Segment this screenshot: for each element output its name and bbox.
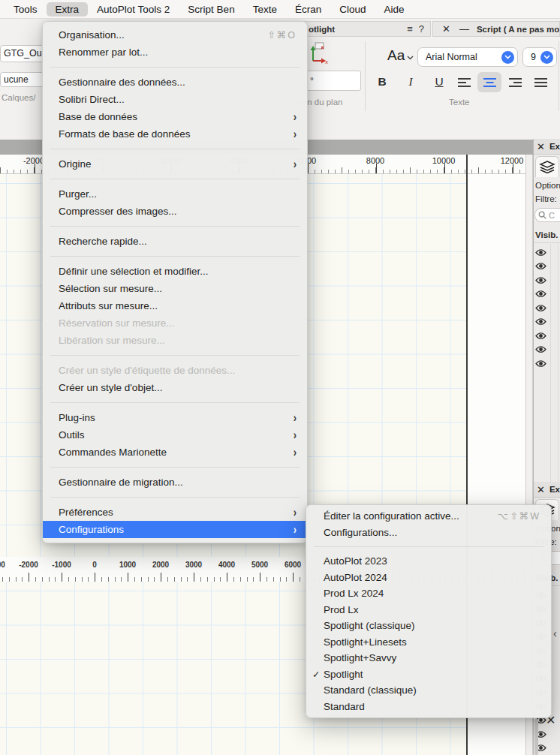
menu-item-label: Spotlight+Savvy: [324, 652, 396, 663]
menu-item-label: Gestionnaire de migration...: [59, 477, 183, 488]
menu-item-solibri-direct[interactable]: Solibri Direct...: [43, 91, 307, 108]
menu-item-s-lection-sur-mesure[interactable]: Sélection sur mesure...: [43, 280, 307, 297]
menu-item-spotlight-linesets[interactable]: Spotlight+Linesets: [306, 634, 551, 651]
toolbar-divider: [365, 41, 366, 111]
bold-button[interactable]: B: [371, 71, 393, 92]
menu-item-attributs-sur-mesure[interactable]: Attributs sur mesure...: [43, 297, 307, 314]
text-style-button[interactable]: Aa: [387, 47, 414, 64]
menu-item-autoplot-2024[interactable]: AutoPlot 2024: [306, 570, 551, 586]
menu-item-outils[interactable]: Outils›: [43, 426, 307, 444]
plan-axis-icon[interactable]: x: [308, 41, 330, 67]
ruler-label: 5000: [251, 561, 268, 569]
navigation-palette-top: ✕ Ex Options Filtre: C Visib.: [534, 139, 560, 482]
menu-item-shortcut: ⌥⇧⌘W: [498, 510, 540, 522]
vertical-scrollbar[interactable]: [525, 155, 533, 557]
palette-menu-icon[interactable]: ≡: [407, 23, 413, 35]
close-icon[interactable]: ✕: [442, 23, 450, 35]
chevron-down-icon[interactable]: [540, 51, 553, 64]
ruler-label: 8000: [366, 156, 384, 165]
menu-item-pr-f-rences[interactable]: Préférences›: [43, 504, 307, 521]
menu-item-configurations[interactable]: Configurations›: [43, 521, 307, 538]
menu-item-standard-classique[interactable]: Standard (classique): [306, 682, 551, 699]
menubar-item-cran[interactable]: Écran: [286, 2, 330, 17]
chevron-down-icon[interactable]: [501, 51, 514, 64]
menu-item-label: Définir une sélection et modifier...: [59, 266, 209, 277]
visibility-eye-icon[interactable]: [535, 356, 546, 371]
menu-item-compresser-des-images[interactable]: Compresser des images...: [43, 203, 307, 220]
menubar-item-cloud[interactable]: Cloud: [330, 2, 375, 17]
menu-item-autoplot-2023[interactable]: AutoPlot 2023: [306, 553, 551, 570]
visibility-eye-icon[interactable]: [535, 260, 546, 274]
align-justify-button[interactable]: [528, 72, 552, 92]
search-input[interactable]: C: [534, 208, 560, 222]
tab-layers[interactable]: [535, 156, 559, 177]
close-icon[interactable]: ✕: [537, 484, 545, 495]
font-size-value: 9: [531, 52, 536, 62]
italic-button[interactable]: I: [399, 71, 422, 92]
menu-item-formats-de-base-de-donn-es[interactable]: Formats de base de données›: [43, 125, 307, 143]
menu-separator: [50, 226, 300, 227]
menu-item-prod-lx[interactable]: Prod Lx: [306, 602, 551, 618]
text-group-label: Texte: [449, 98, 470, 107]
ruler-label: 2000: [152, 561, 169, 569]
menu-item-spotlight-savvy[interactable]: Spotlight+Savvy: [306, 650, 551, 666]
submenu-chevron-icon: ›: [294, 157, 297, 171]
collapse-chevron-icon[interactable]: ‹: [553, 627, 557, 639]
menu-item-gestionnaire-de-migration[interactable]: Gestionnaire de migration...: [43, 474, 307, 491]
submenu-chevron-icon: ›: [294, 110, 297, 124]
menu-item-commandes-marionette[interactable]: Commandes Marionette›: [43, 444, 307, 461]
menu-item-recherche-rapide[interactable]: Recherche rapide...: [43, 233, 307, 250]
search-icon: [538, 211, 546, 219]
menu-item-diter-la-configuration-active[interactable]: Éditer la configuration active...⌥⇧⌘W: [306, 508, 551, 525]
menu-item-spotlight[interactable]: ✓Spotlight: [306, 666, 551, 683]
menu-item-organisation[interactable]: Organisation...⇧⌘O: [43, 26, 307, 44]
align-left-button[interactable]: [452, 72, 476, 92]
menu-item-purger[interactable]: Purger...: [43, 185, 307, 203]
menu-item-plug-ins[interactable]: Plug-ins›: [43, 409, 307, 426]
palette-titlebar-script[interactable]: ✕ — Script ( A ne pas mod: [432, 21, 560, 37]
underline-button[interactable]: U: [428, 71, 450, 92]
align-right-button[interactable]: [503, 72, 527, 92]
menu-item-standard[interactable]: Standard: [306, 699, 551, 715]
menu-item-label: Compresser des images...: [59, 206, 177, 217]
font-family-select[interactable]: Arial Normal: [417, 47, 518, 67]
menubar-item-extra[interactable]: Extra: [47, 2, 89, 17]
menubar-item-aide[interactable]: Aide: [375, 2, 413, 17]
close-icon[interactable]: ✕: [537, 141, 545, 152]
menu-item-label: Commandes Marionette: [59, 447, 167, 458]
menubar-item-texte[interactable]: Texte: [244, 2, 286, 17]
visibility-eye-icon[interactable]: [535, 329, 546, 343]
menu-item-spotlight-classique[interactable]: Spotlight (classique): [306, 618, 551, 634]
menubar-item-script-ben[interactable]: Script Ben: [179, 2, 243, 17]
scrollbar-thumb[interactable]: [534, 719, 538, 755]
menu-item-gestionnaire-des-donn-es[interactable]: Gestionnaire des données...: [43, 74, 307, 91]
menu-item-cr-er-un-style-d-objet[interactable]: Créer un style d'objet...: [43, 379, 307, 396]
visibility-eye-icon[interactable]: [535, 315, 546, 329]
menubar-item-tools[interactable]: Tools: [5, 2, 47, 17]
menu-item-label: Sélection sur mesure...: [59, 283, 162, 294]
menu-item-d-finir-une-s-lection-et-modifier[interactable]: Définir une sélection et modifier...: [43, 263, 307, 280]
font-size-select[interactable]: 9: [522, 47, 557, 67]
minimize-icon[interactable]: —: [459, 23, 469, 35]
visibility-eye-icon[interactable]: [535, 343, 546, 357]
menu-item-origine[interactable]: Origine›: [43, 155, 307, 173]
page-area-top[interactable]: [468, 174, 525, 557]
visibility-eye-icon[interactable]: [535, 245, 546, 260]
menu-item-label: Renommer par lot...: [59, 47, 148, 58]
menu-separator: [50, 179, 300, 179]
menu-item-configurations[interactable]: Configurations...: [306, 525, 551, 541]
menubar-item-autoplot-tools-2[interactable]: AutoPlot Tools 2: [88, 2, 179, 17]
ruler-label: -2000: [19, 561, 38, 569]
menu-item-prod-lx-2024[interactable]: Prod Lx 2024: [306, 585, 551, 602]
help-icon[interactable]: ?: [419, 23, 424, 35]
palette-title: Script ( A ne pas mod: [477, 25, 560, 34]
menu-item-label: Spotlight: [324, 669, 363, 680]
visibility-eye-icon[interactable]: [535, 301, 546, 315]
visibility-eye-icon[interactable]: [535, 287, 546, 302]
visibility-eye-icon[interactable]: [535, 273, 546, 287]
layers-icon: [539, 161, 555, 173]
menu-item-base-de-donn-es[interactable]: Base de données›: [43, 108, 307, 125]
ruler-label: -3000: [0, 561, 5, 569]
menu-item-renommer-par-lot[interactable]: Renommer par lot...: [43, 44, 307, 61]
align-center-button[interactable]: [477, 72, 501, 92]
